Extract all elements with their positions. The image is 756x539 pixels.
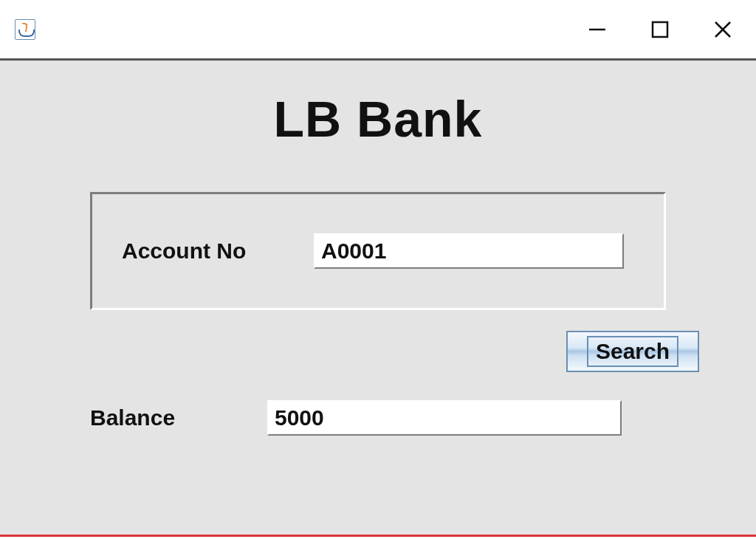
account-panel: Account No [90, 192, 666, 310]
balance-label: Balance [90, 405, 267, 430]
titlebar-left [15, 19, 35, 40]
balance-row: Balance [75, 400, 681, 436]
account-no-label: Account No [122, 238, 314, 264]
search-row: Search [57, 331, 699, 372]
maximize-button[interactable] [649, 18, 671, 41]
bottom-divider [0, 535, 756, 537]
window-titlebar [0, 0, 756, 61]
svg-rect-1 [653, 22, 667, 37]
java-icon [15, 19, 35, 40]
search-button[interactable]: Search [566, 331, 699, 372]
window-controls [586, 18, 734, 41]
account-no-input[interactable] [314, 233, 624, 269]
minimize-button[interactable] [586, 18, 608, 41]
close-button[interactable] [712, 18, 734, 41]
search-button-label: Search [587, 336, 678, 367]
balance-input[interactable] [267, 400, 622, 436]
content-pane: LB Bank Account No Search Balance [0, 61, 756, 537]
app-title: LB Bank [0, 90, 756, 148]
